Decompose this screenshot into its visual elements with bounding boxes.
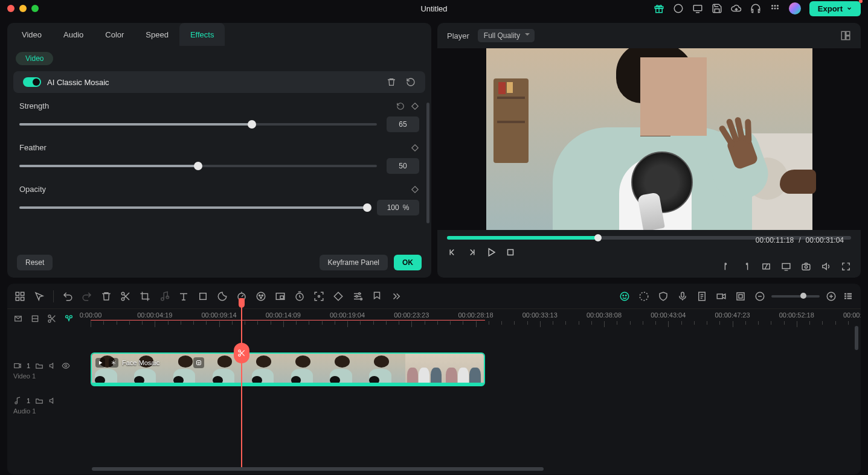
monitor-icon[interactable] [692,3,703,14]
svg-rect-12 [846,36,850,40]
tab-effects[interactable]: Effects [179,23,225,46]
display-icon[interactable] [781,261,791,272]
quality-select[interactable]: Full Quality [478,29,535,42]
next-frame-icon[interactable] [466,247,477,258]
opacity-value[interactable]: 100 % [377,200,419,215]
zoom-out-icon[interactable] [754,291,765,302]
render-icon[interactable] [638,291,649,302]
keyframe-tool-icon[interactable] [333,291,344,302]
chip-video[interactable]: Video [16,52,53,65]
avatar[interactable] [789,2,801,14]
zoom-in-icon[interactable] [826,291,837,302]
ruler-tool-2-icon[interactable] [30,314,40,324]
tab-speed[interactable]: Speed [135,23,179,46]
timeline-hscroll[interactable] [92,466,776,472]
reset-button[interactable]: Reset [17,255,53,270]
params-scrollbar[interactable] [426,103,429,223]
marker-icon[interactable] [371,291,382,302]
aspect-icon[interactable] [761,261,771,272]
mark-in-icon[interactable] [721,261,731,272]
svg-rect-10 [841,31,845,40]
timeline-vscroll[interactable] [855,314,858,466]
preview-canvas[interactable] [437,48,861,230]
snapshot-icon[interactable] [801,261,811,272]
sticker-icon[interactable] [217,291,228,302]
pip-icon[interactable] [275,291,286,302]
more-tools-icon[interactable] [391,291,402,302]
zoom-window-button[interactable] [31,5,39,12]
ok-button[interactable]: OK [394,255,422,270]
ruler-label: 00:00:47:23 [715,311,750,319]
effect-header: AI Classic Mosaic [13,71,425,93]
audio-folder-icon[interactable] [35,397,43,405]
tab-color[interactable]: Color [94,23,135,46]
layout-icon[interactable] [840,30,851,41]
current-time: 00:00:11:18 [756,236,794,244]
reset-effect-icon[interactable] [406,77,416,87]
shield-icon[interactable] [658,291,669,302]
redo-icon[interactable] [82,291,92,302]
tracking-icon[interactable] [313,291,324,302]
close-window-button[interactable] [7,5,14,12]
mark-out-icon[interactable] [741,261,751,272]
svg-rect-51 [844,295,846,296]
audio-mute-icon[interactable] [48,397,57,405]
volume-icon[interactable] [821,261,831,272]
folder-icon[interactable] [35,362,43,370]
tab-audio[interactable]: Audio [53,23,94,46]
opacity-keyframe-icon[interactable] [411,185,419,194]
layout-grid-icon[interactable] [14,291,25,302]
gift-icon[interactable] [654,3,664,14]
strength-value[interactable]: 65 [387,116,419,132]
mute-icon[interactable] [48,362,57,370]
effect-toggle[interactable] [23,77,41,87]
cursor-icon[interactable] [34,291,45,302]
delete-icon[interactable] [101,291,112,302]
fullscreen-icon[interactable] [841,261,851,272]
text-icon[interactable] [178,291,189,302]
timer-icon[interactable] [294,291,305,302]
split-icon[interactable] [120,291,131,302]
stop-icon[interactable] [505,247,516,258]
zoom-slider[interactable] [771,295,820,298]
strength-keyframe-icon[interactable] [411,102,419,110]
apps-icon[interactable] [770,3,780,14]
feather-value[interactable]: 50 [387,158,419,174]
snap-icon[interactable] [716,291,727,302]
video-clip[interactable]: Face Mosaic [91,352,485,386]
opacity-slider[interactable] [19,206,367,209]
adjust-icon[interactable] [352,291,363,302]
play-icon[interactable] [486,247,497,258]
headphones-icon[interactable] [750,3,761,14]
feather-keyframe-icon[interactable] [411,144,419,152]
mic-icon[interactable] [677,291,688,302]
track-list-icon[interactable] [843,291,854,302]
feather-slider[interactable] [19,165,377,167]
export-button[interactable]: Export [809,1,861,16]
tab-video[interactable]: Video [11,23,53,46]
keyframe-panel-button[interactable]: Keyframe Panel [320,255,388,270]
visibility-icon[interactable] [62,362,70,370]
strength-slider[interactable] [19,123,377,126]
undo-icon[interactable] [62,291,73,302]
ruler-tool-3-icon[interactable] [47,314,57,324]
color-icon[interactable] [256,291,266,302]
music-note-icon[interactable] [159,291,170,302]
ai-face-icon[interactable] [619,291,630,302]
cloud-upload-icon[interactable] [731,3,742,14]
crop-icon[interactable] [140,291,150,302]
notes-icon[interactable] [696,291,707,302]
strength-reset-icon[interactable] [396,102,405,110]
prev-frame-icon[interactable] [447,247,458,258]
delete-effect-icon[interactable] [387,77,396,87]
shape-icon[interactable] [198,291,208,302]
timeline-ruler[interactable]: 0:00:0000:00:04:1900:00:09:1400:00:14:09… [91,309,861,333]
record-icon[interactable] [673,3,684,14]
ruler-tool-4-icon[interactable] [64,314,74,324]
track-audio-1: 1 Audio 1 [7,391,861,420]
frame-icon[interactable] [735,291,746,302]
minimize-window-button[interactable] [19,5,27,12]
ruler-tool-1-icon[interactable] [13,314,23,324]
save-icon[interactable] [712,3,722,14]
split-handle-icon[interactable] [234,343,249,363]
